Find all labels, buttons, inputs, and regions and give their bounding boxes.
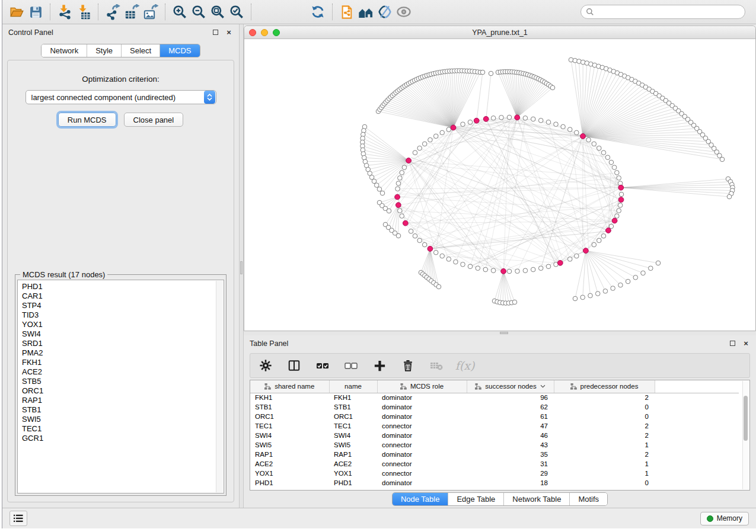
network-node[interactable] xyxy=(433,250,438,255)
network-node[interactable] xyxy=(595,291,600,296)
column-header-name[interactable]: name xyxy=(329,380,377,393)
table-row[interactable]: PHD1PHD1dominator180 xyxy=(250,478,739,488)
close-panel-icon[interactable]: × xyxy=(742,339,750,348)
network-node[interactable] xyxy=(546,264,551,269)
mcds-hub-node[interactable] xyxy=(395,194,400,200)
mcds-hub-node[interactable] xyxy=(618,185,624,190)
network-node[interactable] xyxy=(461,122,465,127)
first-neighbors-icon[interactable] xyxy=(356,2,375,21)
column-header-MCDS-role[interactable]: MCDS role xyxy=(377,380,467,393)
mcds-result-item[interactable]: ACE2 xyxy=(22,367,224,377)
network-node[interactable] xyxy=(615,214,620,219)
mcds-result-item[interactable]: TEC1 xyxy=(22,424,224,434)
panel-menu-button[interactable] xyxy=(9,511,27,526)
network-node[interactable] xyxy=(609,160,614,165)
table-row[interactable]: FKH1FKH1dominator962 xyxy=(250,393,739,402)
table-row[interactable]: YOX1YOX1connector291 xyxy=(250,469,739,478)
mcds-hub-node[interactable] xyxy=(428,246,433,252)
export-image-icon[interactable] xyxy=(141,2,160,21)
network-node[interactable] xyxy=(546,120,551,124)
table-tab-motifs[interactable]: Motifs xyxy=(569,493,607,505)
criterion-dropdown[interactable]: largest connected component (undirected) xyxy=(25,90,216,104)
network-node[interactable] xyxy=(569,57,573,62)
save-session-icon[interactable] xyxy=(26,2,45,21)
mcds-result-item[interactable]: ORC1 xyxy=(22,386,224,396)
network-node[interactable] xyxy=(489,71,493,76)
export-table-icon[interactable] xyxy=(122,2,141,21)
network-node[interactable] xyxy=(380,191,385,196)
network-node[interactable] xyxy=(468,120,473,124)
zoom-out-icon[interactable] xyxy=(189,2,208,21)
mcds-hub-node[interactable] xyxy=(606,228,611,233)
network-node[interactable] xyxy=(618,203,623,208)
mcds-result-item[interactable]: TID3 xyxy=(22,310,224,320)
add-column-icon[interactable] xyxy=(372,358,387,373)
mcds-hub-node[interactable] xyxy=(406,158,412,164)
table-row[interactable]: SWI4SWI4dominator462 xyxy=(250,431,739,440)
select-all-icon[interactable] xyxy=(315,358,330,373)
mcds-result-item[interactable]: STB5 xyxy=(22,377,224,386)
network-node[interactable] xyxy=(461,262,465,267)
network-node[interactable] xyxy=(567,257,572,262)
delete-table-icon[interactable] xyxy=(429,358,444,373)
show-graphics-details-icon[interactable] xyxy=(394,2,413,21)
network-node[interactable] xyxy=(633,275,638,280)
network-node[interactable] xyxy=(617,176,621,181)
network-node[interactable] xyxy=(440,130,445,135)
network-node[interactable] xyxy=(597,238,602,243)
table-row[interactable]: STB1STB1dominator620 xyxy=(250,402,739,412)
network-node[interactable] xyxy=(491,268,496,273)
zoom-fit-icon[interactable] xyxy=(208,2,227,21)
network-node[interactable] xyxy=(491,116,496,121)
network-node[interactable] xyxy=(727,194,732,199)
horizontal-splitter[interactable] xyxy=(244,331,756,335)
network-node[interactable] xyxy=(433,134,438,139)
network-node[interactable] xyxy=(573,296,578,301)
network-node[interactable] xyxy=(603,289,608,294)
column-header-shared-name[interactable]: shared name xyxy=(250,380,329,393)
float-panel-icon[interactable] xyxy=(728,339,736,348)
mcds-hub-node[interactable] xyxy=(474,118,479,123)
tab-style[interactable]: Style xyxy=(87,44,121,57)
network-node[interactable] xyxy=(454,259,458,264)
mcds-hub-node[interactable] xyxy=(395,203,401,208)
search-box[interactable] xyxy=(580,5,745,19)
memory-button[interactable]: Memory xyxy=(700,512,749,525)
network-node[interactable] xyxy=(413,150,417,155)
mcds-hub-node[interactable] xyxy=(515,115,520,120)
network-node[interactable] xyxy=(515,269,520,274)
network-node[interactable] xyxy=(575,130,579,135)
table-tab-node-table[interactable]: Node Table xyxy=(393,493,448,505)
run-mcds-button[interactable]: Run MCDS xyxy=(58,113,116,127)
network-node[interactable] xyxy=(531,117,535,121)
network-node[interactable] xyxy=(417,146,422,150)
tab-select[interactable]: Select xyxy=(121,44,160,57)
vertical-splitter[interactable] xyxy=(239,24,244,508)
table-scrollbar-thumb[interactable] xyxy=(744,396,748,441)
network-node[interactable] xyxy=(567,127,572,132)
network-node[interactable] xyxy=(400,214,404,219)
network-node[interactable] xyxy=(720,157,725,162)
zoom-selected-icon[interactable] xyxy=(227,2,246,21)
network-node[interactable] xyxy=(387,209,391,213)
mcds-result-list[interactable]: PHD1CAR1STP4TID3YOX1SWI4SRD1PMA2FKH1ACE2… xyxy=(17,280,224,493)
function-builder-icon[interactable]: f(x) xyxy=(458,358,472,373)
network-node[interactable] xyxy=(554,122,559,127)
tab-network[interactable]: Network xyxy=(42,44,87,57)
network-node[interactable] xyxy=(512,300,517,305)
table-tab-network-table[interactable]: Network Table xyxy=(503,493,569,505)
network-node[interactable] xyxy=(550,85,555,90)
table-row[interactable]: ACE2ACE2connector311 xyxy=(250,459,739,469)
mcds-result-item[interactable]: CAR1 xyxy=(22,291,224,301)
search-input[interactable] xyxy=(597,8,740,16)
zoom-in-icon[interactable] xyxy=(170,2,189,21)
network-node[interactable] xyxy=(422,242,427,247)
mcds-result-item[interactable]: SWI5 xyxy=(22,415,224,424)
network-node[interactable] xyxy=(523,116,528,121)
network-node[interactable] xyxy=(468,264,473,269)
column-header-successor-nodes[interactable]: successor nodes xyxy=(467,380,554,393)
refresh-view-icon[interactable] xyxy=(308,2,327,21)
table-tab-edge-table[interactable]: Edge Table xyxy=(448,493,503,505)
network-node[interactable] xyxy=(374,183,379,188)
network-node[interactable] xyxy=(523,268,528,273)
